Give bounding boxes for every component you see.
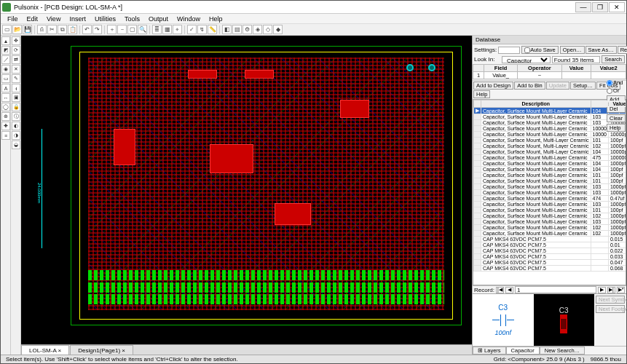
filter-cell[interactable]: ~: [518, 72, 562, 79]
close-button[interactable]: ✕: [609, 2, 625, 12]
preview-tab[interactable]: ⊞ Layers: [473, 347, 506, 355]
table-row[interactable]: CAP MKS4 63VDC PCM7.50.0150.015uf63VDC: [474, 237, 627, 242]
table-row[interactable]: CAP MKS4 63VDC PCM7.50.0330.033uf63VDC: [474, 254, 627, 260]
zoom-out-icon[interactable]: －: [117, 25, 127, 34]
action-update[interactable]: Update: [546, 82, 569, 90]
3d-icon[interactable]: ◧: [222, 25, 232, 34]
table-row[interactable]: Capacitor, Surface Mount Multi-Layer Cer…: [474, 167, 627, 173]
table-row[interactable]: Capacitor, Surface Mount Multi-Layer Cer…: [474, 213, 627, 219]
menu-file[interactable]: File: [4, 15, 22, 23]
table-row[interactable]: Capacitor, Surface Mount, Multi-Layer Ce…: [474, 143, 627, 149]
action-addtobin[interactable]: Add to Bin: [514, 82, 545, 90]
move-icon[interactable]: ✥: [12, 36, 20, 45]
grid-icon[interactable]: ▦: [162, 25, 172, 34]
save-icon[interactable]: 💾: [23, 25, 32, 34]
edit-icon[interactable]: ✎: [12, 74, 20, 83]
tool2-icon[interactable]: ◈: [253, 25, 262, 34]
table-row[interactable]: CAP MKS4 63VDC PCM7.50.0680.068uf63VDC: [474, 266, 627, 272]
tool5-icon[interactable]: ✚: [1, 122, 10, 130]
preview-btn-nextsymbol[interactable]: Next Symbol: [596, 296, 625, 304]
nav-prev-icon[interactable]: ◀: [505, 287, 513, 293]
print-icon[interactable]: ⎙: [37, 25, 47, 34]
parts-grid[interactable]: DescriptionValue_TOLV▶Capacitor, Surface…: [473, 99, 626, 285]
dimension-icon[interactable]: ↔: [1, 93, 10, 102]
filter-btn-help[interactable]: Help: [607, 124, 626, 132]
shape-icon[interactable]: ◯: [1, 103, 10, 111]
search-button[interactable]: Search: [602, 55, 625, 63]
record-pos[interactable]: [515, 286, 596, 293]
filter-cell[interactable]: [561, 72, 591, 79]
radio-or[interactable]: Or: [607, 87, 626, 94]
component-icon[interactable]: ◩: [1, 46, 10, 55]
doc-tab[interactable]: LOL-SM-A ×: [21, 345, 69, 355]
table-row[interactable]: Capacitor, Surface Mount Multi-Layer Cer…: [474, 231, 627, 237]
menu-insert[interactable]: Insert: [66, 15, 90, 23]
db-btn-reset[interactable]: Reset: [618, 46, 627, 54]
menu-output[interactable]: Output: [145, 15, 172, 23]
table-row[interactable]: Capacitor, Surface Mount Multi-Layer Cer…: [474, 120, 627, 126]
table-row[interactable]: Capacitor, Surface Mount Multi-Layer Cer…: [474, 202, 627, 207]
report-icon[interactable]: ▤: [232, 25, 242, 34]
open-icon[interactable]: 📂: [12, 25, 22, 34]
db-btn-saveas[interactable]: Save As…: [585, 46, 617, 54]
align-icon[interactable]: ⫞: [12, 84, 20, 92]
pcb-canvas[interactable]: 24.000mm: [21, 36, 472, 344]
grid-header[interactable]: Value_: [608, 100, 626, 108]
drc-icon[interactable]: ✓: [187, 25, 197, 34]
table-row[interactable]: Capacitor, Surface Mount Multi-Layer Cer…: [474, 155, 627, 161]
misc1-icon[interactable]: ◐: [12, 122, 20, 130]
maximize-button[interactable]: ❐: [592, 2, 608, 12]
table-row[interactable]: ▶Capacitor, Surface Mount Multi-Layer Ce…: [474, 108, 627, 114]
paste-icon[interactable]: 📋: [68, 25, 77, 34]
table-row[interactable]: Capacitor, Surface Mount Multi-Layer Cer…: [474, 132, 627, 138]
action-help[interactable]: Help: [473, 90, 490, 98]
rotate-icon[interactable]: ⟳: [12, 46, 20, 55]
delete-icon[interactable]: ✕: [12, 65, 20, 74]
grid-header[interactable]: [591, 100, 608, 108]
table-row[interactable]: Capacitor, Surface Mount, Multi-Layer Ce…: [474, 149, 627, 155]
text-icon[interactable]: A: [1, 84, 10, 92]
menu-edit[interactable]: Edit: [23, 15, 42, 23]
layers-icon[interactable]: ≣: [152, 25, 162, 34]
drill-icon[interactable]: ⊕: [1, 112, 10, 121]
nav-new-icon[interactable]: ▶*: [617, 287, 625, 293]
doc-tab[interactable]: Design1(Page1) ×: [70, 345, 133, 355]
table-row[interactable]: Capacitor, Surface Mount Multi-Layer Cer…: [474, 161, 627, 167]
preview-tab[interactable]: Capacitor: [506, 347, 540, 355]
lock-icon[interactable]: 🔒: [12, 103, 20, 111]
settings-input[interactable]: [498, 47, 520, 54]
menu-tools[interactable]: Tools: [121, 15, 143, 23]
menu-window[interactable]: Window: [173, 15, 204, 23]
table-row[interactable]: Capacitor, Surface Mount Multi-Layer Cer…: [474, 190, 627, 196]
area-icon[interactable]: ▭: [1, 74, 10, 83]
nav-next-icon[interactable]: ▶: [598, 287, 606, 293]
misc3-icon[interactable]: ◒: [12, 141, 20, 149]
tool3-icon[interactable]: ◇: [263, 25, 272, 34]
menu-utilities[interactable]: Utilities: [91, 15, 119, 23]
mirror-icon[interactable]: ⇄: [12, 55, 20, 64]
lookin-select[interactable]: Capacitor: [502, 56, 551, 63]
menu-view[interactable]: View: [43, 15, 64, 23]
table-row[interactable]: Capacitor, Surface Mount Multi-Layer Cer…: [474, 219, 627, 225]
undo-icon[interactable]: ↶: [82, 25, 92, 34]
measure-icon[interactable]: 📏: [208, 25, 217, 34]
nav-first-icon[interactable]: |◀: [496, 287, 504, 293]
db-btn-open[interactable]: Open…: [560, 46, 585, 54]
preview-btn-nextfootprint[interactable]: Next Footprint: [596, 305, 625, 313]
grid-header[interactable]: Description: [481, 100, 591, 108]
autosave-check[interactable]: Auto Save: [521, 46, 559, 54]
filter-btn-clear[interactable]: Clear: [607, 114, 626, 122]
table-row[interactable]: Capacitor, Surface Mount Multi-Layer Cer…: [474, 173, 627, 178]
filter-cell[interactable]: [591, 72, 626, 79]
radio-and[interactable]: And: [607, 79, 626, 86]
cut-icon[interactable]: ✂: [47, 25, 57, 34]
table-row[interactable]: Capacitor, Surface Mount Multi-Layer Cer…: [474, 114, 627, 120]
nav-last-icon[interactable]: ▶|: [607, 287, 615, 293]
table-row[interactable]: CAP MKS4 63VDC PCM7.50.010.01uf63VDC: [474, 242, 627, 248]
copy-icon[interactable]: ⧉: [58, 25, 67, 34]
menu-help[interactable]: Help: [205, 15, 226, 23]
action-setup[interactable]: Setup…: [570, 82, 596, 90]
table-row[interactable]: Capacitor, Surface Mount Multi-Layer Cer…: [474, 196, 627, 202]
new-icon[interactable]: ▭: [2, 25, 12, 34]
tool-icon[interactable]: ⚙: [242, 25, 252, 34]
